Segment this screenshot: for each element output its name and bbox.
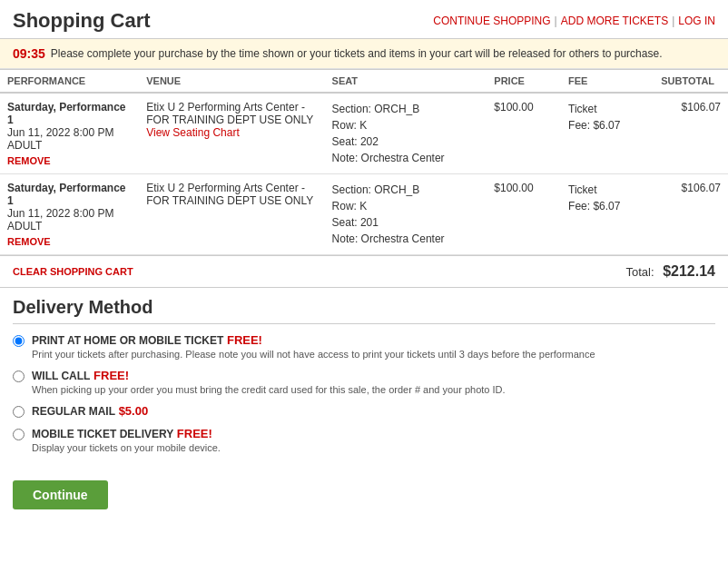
delivery-option-content: WILL CALL FREE! When picking up your ord… xyxy=(32,369,506,395)
delivery-option-will_call: WILL CALL FREE! When picking up your ord… xyxy=(13,369,715,395)
table-row: Saturday, Performance 1 Jun 11, 2022 8:0… xyxy=(0,93,728,174)
table-row: Saturday, Performance 1 Jun 11, 2022 8:0… xyxy=(0,174,728,255)
price-cell: $100.00 xyxy=(487,174,561,255)
col-header-seat: SEAT xyxy=(325,70,487,94)
venue-cell: Etix U 2 Performing Arts Center - FOR TR… xyxy=(139,93,324,174)
fee-cell: TicketFee: $6.07 xyxy=(561,93,654,174)
delivery-radio-regular_mail[interactable] xyxy=(13,406,25,418)
perf-title: Saturday, Performance 1 xyxy=(7,101,132,126)
delivery-badge: $5.00 xyxy=(119,404,149,418)
col-header-performance: PERFORMANCE xyxy=(0,70,139,94)
cart-table: PERFORMANCE VENUE SEAT PRICE FEE SUBTOTA… xyxy=(0,69,728,255)
perf-cell: Saturday, Performance 1 Jun 11, 2022 8:0… xyxy=(0,93,139,174)
seat-info: Section: ORCH_BRow: KSeat: 201Note: Orch… xyxy=(332,182,480,247)
timer-message: Please complete your purchase by the tim… xyxy=(51,47,663,60)
fee-cell: TicketFee: $6.07 xyxy=(561,174,654,255)
col-header-venue: VENUE xyxy=(139,70,324,94)
fee-info: TicketFee: $6.07 xyxy=(568,101,646,133)
clear-cart-link[interactable]: CLEAR SHOPPING CART xyxy=(13,266,133,277)
timer-bar: 09:35 Please complete your purchase by t… xyxy=(0,39,728,69)
col-header-subtotal: SUBTOTAL xyxy=(654,70,728,94)
remove-link[interactable]: REMOVE xyxy=(7,236,132,247)
venue-name: Etix U 2 Performing Arts Center - FOR TR… xyxy=(146,101,317,126)
delivery-label: PRINT AT HOME OR MOBILE TICKET xyxy=(32,334,223,347)
delivery-option-mobile: MOBILE TICKET DELIVERY FREE! Display you… xyxy=(13,427,715,453)
continue-btn-section: Continue xyxy=(0,471,728,519)
perf-title: Saturday, Performance 1 xyxy=(7,182,132,207)
delivery-badge: FREE! xyxy=(227,333,262,347)
cart-footer: CLEAR SHOPPING CART Total: $212.14 xyxy=(0,255,728,287)
delivery-label: MOBILE TICKET DELIVERY xyxy=(32,428,173,440)
delivery-badge: FREE! xyxy=(93,369,129,382)
perf-date: Jun 11, 2022 8:00 PM xyxy=(7,207,132,220)
total-label: Total: xyxy=(625,265,654,279)
add-more-tickets-link[interactable]: ADD MORE TICKETS xyxy=(561,15,668,27)
delivery-section: Delivery Method PRINT AT HOME OR MOBILE … xyxy=(0,288,728,471)
delivery-option-content: PRINT AT HOME OR MOBILE TICKET FREE! Pri… xyxy=(32,333,595,360)
page-title: Shopping Cart xyxy=(13,9,151,33)
venue-cell: Etix U 2 Performing Arts Center - FOR TR… xyxy=(139,174,324,255)
delivery-label: WILL CALL xyxy=(32,370,90,382)
col-header-fee: FEE xyxy=(561,70,654,94)
page-header: Shopping Cart CONTINUE SHOPPING | ADD MO… xyxy=(0,0,728,39)
continue-button[interactable]: Continue xyxy=(13,480,108,509)
delivery-option-print_home: PRINT AT HOME OR MOBILE TICKET FREE! Pri… xyxy=(13,333,715,360)
perf-type: ADULT xyxy=(7,139,132,152)
venue-name: Etix U 2 Performing Arts Center - FOR TR… xyxy=(146,182,317,207)
perf-date: Jun 11, 2022 8:00 PM xyxy=(7,126,132,139)
subtotal-value: $106.07 xyxy=(682,182,721,194)
delivery-desc: Print your tickets after purchasing. Ple… xyxy=(32,349,595,360)
total-section: Total: $212.14 xyxy=(625,263,715,280)
remove-link[interactable]: REMOVE xyxy=(7,155,132,166)
delivery-desc: When picking up your order you must brin… xyxy=(32,384,506,395)
delivery-title: Delivery Method xyxy=(13,297,715,324)
log-in-link[interactable]: LOG IN xyxy=(678,15,715,27)
delivery-badge: FREE! xyxy=(177,427,212,440)
delivery-option-content: REGULAR MAIL $5.00 xyxy=(32,404,148,418)
timer-countdown: 09:35 xyxy=(13,46,45,61)
seat-info: Section: ORCH_BRow: KSeat: 202Note: Orch… xyxy=(332,101,480,166)
ticket-price: $100.00 xyxy=(494,101,533,114)
perf-cell: Saturday, Performance 1 Jun 11, 2022 8:0… xyxy=(0,174,139,255)
delivery-label: REGULAR MAIL xyxy=(32,405,115,418)
header-nav: CONTINUE SHOPPING | ADD MORE TICKETS | L… xyxy=(433,15,715,27)
fee-info: TicketFee: $6.07 xyxy=(568,182,646,214)
delivery-desc: Display your tickets on your mobile devi… xyxy=(32,442,221,453)
subtotal-cell: $106.07 xyxy=(654,174,728,255)
delivery-radio-mobile[interactable] xyxy=(13,429,25,440)
continue-shopping-link[interactable]: CONTINUE SHOPPING xyxy=(433,15,550,27)
delivery-option-regular_mail: REGULAR MAIL $5.00 xyxy=(13,404,715,418)
delivery-option-content: MOBILE TICKET DELIVERY FREE! Display you… xyxy=(32,427,221,453)
subtotal-cell: $106.07 xyxy=(654,93,728,174)
total-amount: $212.14 xyxy=(663,263,715,279)
subtotal-value: $106.07 xyxy=(682,101,721,114)
delivery-radio-print_home[interactable] xyxy=(13,335,25,347)
seat-cell: Section: ORCH_BRow: KSeat: 201Note: Orch… xyxy=(325,174,487,255)
ticket-price: $100.00 xyxy=(494,182,533,194)
price-cell: $100.00 xyxy=(487,93,561,174)
delivery-radio-will_call[interactable] xyxy=(13,371,25,382)
seat-cell: Section: ORCH_BRow: KSeat: 202Note: Orch… xyxy=(325,93,487,174)
view-seating-chart-link[interactable]: View Seating Chart xyxy=(146,126,240,139)
col-header-price: PRICE xyxy=(487,70,561,94)
perf-type: ADULT xyxy=(7,220,132,232)
